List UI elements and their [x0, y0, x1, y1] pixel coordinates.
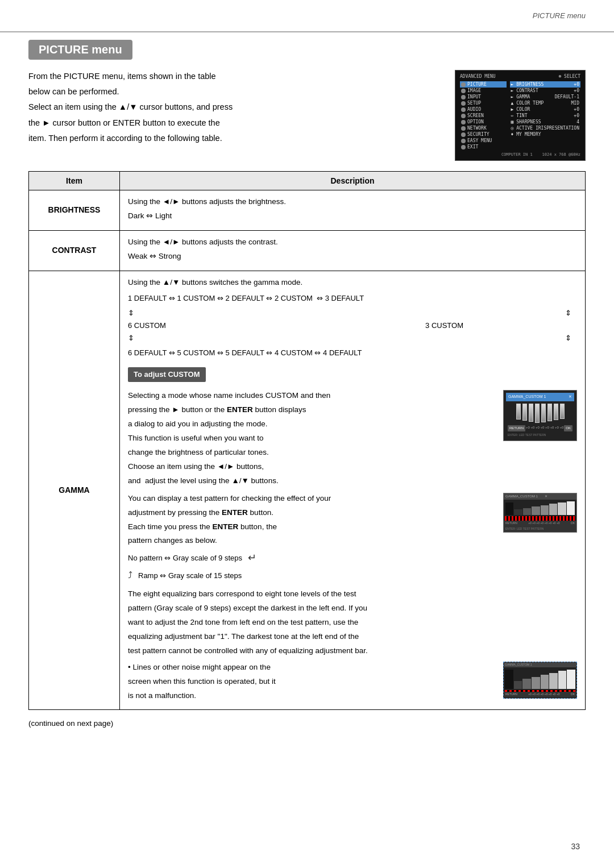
brightness-desc2: Dark ⇔ Light — [128, 210, 577, 222]
gamma-flow-line1: 1 DEFAULT ⇔ 1 CUSTOM ⇔ 2 DEFAULT ⇔ 2 CUS… — [128, 292, 577, 305]
test-pattern-text: You can display a test pattern for check… — [128, 493, 496, 586]
test-desc4: pattern changes as below. — [128, 535, 496, 547]
menu-screenshot: ADVANCED MENU ⊛ SELECT PICTURE IMAGE INP… — [455, 70, 586, 161]
menu-top-right: ⊛ SELECT — [558, 74, 580, 79]
custom-desc4: This function is useful when you want to — [128, 433, 496, 445]
gamma-custom-row: 6 CUSTOM 3 CUSTOM — [128, 319, 577, 332]
noise-mockup: GAMMA_CUSTOM 1 — [503, 662, 577, 699]
col-desc-header: Description — [120, 172, 586, 190]
eight-bars-text5: test pattern cannot be controlled with a… — [128, 645, 577, 657]
col-item-header: Item — [29, 172, 120, 190]
eight-bars-text4: equalizing adjustment bar "1". The darke… — [128, 631, 577, 643]
intro-line4: the ► cursor button or ENTER button to e… — [28, 117, 443, 130]
grayscale-row1: No pattern ⇔ Gray scale of 9 steps ↵ — [128, 550, 496, 566]
custom-desc2: pressing the ► button or the ENTER butto… — [128, 404, 496, 416]
custom-adjust-label: To adjust CUSTOM — [128, 367, 206, 382]
brightness-desc1: Using the ◄/► buttons adjusts the bright… — [128, 196, 577, 208]
intro-line3: Select an item using the ▲/▼ cursor butt… — [28, 101, 443, 114]
grayscale-flow: No pattern ⇔ Gray scale of 9 steps ↵ ⤴ R… — [128, 550, 496, 583]
gamma-flow-line2: 6 DEFAULT ⇔ 5 CUSTOM ⇔ 5 DEFAULT ⇔ 4 CUS… — [128, 347, 577, 359]
page-number: 33 — [571, 842, 580, 851]
test-desc1: You can display a test pattern for check… — [128, 493, 496, 505]
custom-desc6: Choose an item using the ◄/► buttons, — [128, 461, 496, 473]
desc-brightness: Using the ◄/► buttons adjusts the bright… — [120, 190, 586, 231]
test-desc3: Each time you press the ENTER button, th… — [128, 521, 496, 533]
page-title: PICTURE menu — [28, 40, 132, 60]
continued-note: (continued on next page) — [28, 719, 586, 728]
main-table: Item Description BRIGHTNESS Using the ◄/… — [28, 171, 586, 710]
intro-text: From the PICTURE menu, items shown in th… — [28, 70, 443, 147]
item-gamma: GAMMA — [29, 271, 120, 710]
table-row: CONTRAST Using the ◄/► buttons adjusts t… — [29, 230, 586, 271]
custom-dialog-mockup: GAMMA_CUSTOM 1 ✕ — [503, 390, 577, 441]
test-desc2: adjustment by pressing the ENTER button. — [128, 507, 496, 519]
gamma-arrows-mid: ⇕ ⇕ — [128, 307, 577, 319]
eight-bars-text1: The eight equalizing bars correspond to … — [128, 588, 577, 600]
contrast-desc2: Weak ⇔ Strong — [128, 251, 577, 263]
custom-desc7: and adjust the level using the ▲/▼ butto… — [128, 475, 496, 487]
custom-dialog-text: Selecting a mode whose name includes CUS… — [128, 390, 496, 489]
desc-gamma: Using the ▲/▼ buttons switches the gamma… — [120, 271, 586, 710]
eight-bars-text3: want to adjust the 2nd tone from left en… — [128, 617, 577, 629]
custom-desc5: change the brightness of particular tone… — [128, 447, 496, 459]
table-row: BRIGHTNESS Using the ◄/► buttons adjusts… — [29, 190, 586, 231]
item-brightness: BRIGHTNESS — [29, 190, 120, 231]
desc-contrast: Using the ◄/► buttons adjusts the contra… — [120, 230, 586, 271]
test-pattern-mockup: GAMMA_CUSTOM 1 ✕ — [503, 493, 577, 533]
menu-top-label: ADVANCED MENU — [460, 74, 496, 79]
eight-bars-text2: pattern (Gray scale of 9 steps) except t… — [128, 603, 577, 614]
contrast-desc1: Using the ◄/► buttons adjusts the contra… — [128, 236, 577, 248]
intro-line1: From the PICTURE menu, items shown in th… — [28, 70, 443, 83]
table-row: GAMMA Using the ▲/▼ buttons switches the… — [29, 271, 586, 710]
custom-desc1: Selecting a mode whose name includes CUS… — [128, 390, 496, 402]
intro-line5: item. Then perform it according to the f… — [28, 132, 443, 145]
noise-text2: screen when this function is operated, b… — [128, 676, 496, 688]
item-contrast: CONTRAST — [29, 230, 120, 271]
gamma-flow: 1 DEFAULT ⇔ 1 CUSTOM ⇔ 2 DEFAULT ⇔ 2 CUS… — [128, 292, 577, 359]
grayscale-text2: Ramp ⇔ Gray scale of 15 steps — [138, 570, 242, 582]
menu-left-col: PICTURE IMAGE INPUT SETUP AUDIO SCREEN O… — [460, 81, 507, 150]
noise-text: • Lines or other noise might appear on t… — [128, 662, 496, 704]
noise-text3: is not a malfunction. — [128, 690, 496, 702]
menu-right-col: ► BRIGHTNESS +0 ► CONTRAST +0 ► GAMMA DE… — [510, 81, 580, 150]
noise-text1: • Lines or other noise might appear on t… — [128, 662, 496, 674]
gamma-3custom: 3 CUSTOM — [425, 319, 463, 332]
gamma-6custom: 6 CUSTOM — [128, 319, 166, 332]
page-header-label: PICTURE menu — [533, 11, 586, 20]
custom-desc3: a dialog to aid you in adjusting the mod… — [128, 418, 496, 430]
gamma-intro: Using the ▲/▼ buttons switches the gamma… — [128, 277, 577, 289]
menu-bottom-res: 1024 x 768 @60Hz — [542, 152, 580, 157]
grayscale-row2: ⤴ Ramp ⇔ Gray scale of 15 steps — [128, 568, 496, 583]
gamma-arrows-mid2: ⇕ ⇕ — [128, 332, 577, 344]
grayscale-text1: No pattern ⇔ Gray scale of 9 steps — [128, 553, 242, 564]
intro-line2: below can be performed. — [28, 85, 443, 98]
menu-bottom-label: COMPUTER IN 1 — [501, 152, 533, 157]
